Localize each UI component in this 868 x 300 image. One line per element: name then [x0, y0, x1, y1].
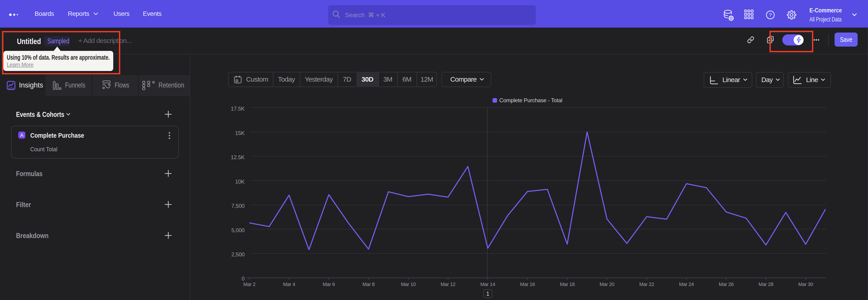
svg-text:Mar 4: Mar 4 [283, 281, 295, 287]
svg-text:Mar 20: Mar 20 [599, 281, 614, 287]
svg-text:15K: 15K [235, 130, 245, 136]
svg-text:Mar 30: Mar 30 [798, 281, 813, 287]
svg-text:2,500: 2,500 [231, 251, 245, 258]
svg-text:Mar 8: Mar 8 [363, 281, 375, 287]
svg-text:5,000: 5,000 [231, 227, 245, 233]
svg-text:Mar 18: Mar 18 [560, 281, 575, 287]
svg-text:Mar 14: Mar 14 [480, 281, 495, 287]
svg-text:Mar 28: Mar 28 [758, 281, 774, 287]
svg-text:10K: 10K [235, 179, 245, 185]
svg-text:17.5K: 17.5K [231, 106, 245, 112]
svg-text:12.5K: 12.5K [231, 154, 245, 160]
svg-text:Mar 16: Mar 16 [520, 281, 535, 287]
svg-text:0: 0 [242, 276, 245, 282]
svg-text:Mar 2: Mar 2 [243, 281, 255, 287]
svg-text:Mar 12: Mar 12 [440, 281, 456, 287]
svg-text:Mar 22: Mar 22 [639, 281, 654, 287]
svg-text:Mar 26: Mar 26 [719, 281, 734, 287]
svg-text:Mar 6: Mar 6 [323, 281, 335, 287]
svg-text:Mar 10: Mar 10 [401, 281, 416, 287]
svg-text:7,500: 7,500 [231, 203, 245, 209]
svg-text:Mar 24: Mar 24 [679, 281, 694, 287]
